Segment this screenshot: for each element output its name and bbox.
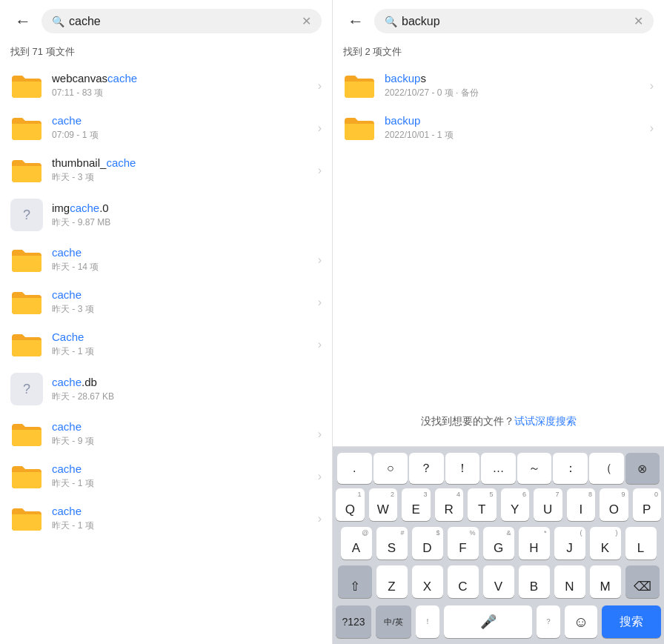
letter-key[interactable]: V xyxy=(483,565,514,598)
letter-key[interactable]: Z xyxy=(376,565,408,598)
letter-key[interactable]: $D xyxy=(412,527,443,560)
list-item[interactable]: cache 昨天 - 14 项 › xyxy=(0,239,332,281)
search-key[interactable]: 搜索 xyxy=(602,605,661,638)
keyboard-row: 1Q2W3E4R5T6Y7U8I9O0P xyxy=(336,488,661,521)
file-name: cache.db xyxy=(52,376,97,388)
letter-key[interactable]: 9O xyxy=(600,488,628,521)
letter-key[interactable]: 0P xyxy=(633,488,662,521)
file-meta: 2022/10/01 - 1 项 xyxy=(385,129,641,142)
list-item[interactable]: Cache 昨天 - 1 项 › xyxy=(0,323,332,365)
chevron-right-icon: › xyxy=(318,428,322,441)
special-key[interactable]: （ xyxy=(589,453,624,484)
keyboard-row: @A#S$D%F&G*H(J)KL xyxy=(336,527,661,560)
left-result-count: 找到 71 项文件 xyxy=(0,42,332,64)
special-key[interactable]: … xyxy=(481,453,516,484)
file-name: thumbnail_cache xyxy=(52,156,136,169)
emoji-key[interactable]: ☺ xyxy=(565,605,597,638)
folder-icon xyxy=(10,505,43,532)
left-back-button[interactable]: ← xyxy=(10,10,36,33)
special-key[interactable]: . xyxy=(337,453,372,484)
letter-key[interactable]: *H xyxy=(519,527,550,560)
chevron-right-icon: › xyxy=(318,296,322,309)
right-search-input-wrap[interactable]: 🔍 ✕ xyxy=(374,9,654,33)
file-name: cache xyxy=(52,462,82,475)
right-clear-button[interactable]: ✕ xyxy=(634,14,643,28)
letter-key[interactable]: 8I xyxy=(567,488,596,521)
mic-key[interactable]: 🎤 xyxy=(444,605,532,638)
chevron-right-icon: › xyxy=(318,253,322,267)
file-meta: 昨天 - 3 项 xyxy=(52,171,309,184)
letter-key[interactable]: (J xyxy=(554,527,585,560)
folder-icon xyxy=(10,115,43,142)
file-info: cache 昨天 - 14 项 xyxy=(52,246,309,273)
list-item[interactable]: ? cache.db 昨天 - 28.67 KB xyxy=(0,365,332,413)
list-item[interactable]: webcanvascache 07:11 - 83 项 › xyxy=(0,64,332,107)
letter-key[interactable]: 4R xyxy=(435,488,464,521)
file-meta: 2022/10/27 - 0 项 · 备份 xyxy=(385,87,641,99)
chevron-right-icon: › xyxy=(318,470,322,483)
special-key[interactable]: ： xyxy=(553,453,588,484)
chevron-right-icon: › xyxy=(318,164,322,177)
letter-key[interactable]: 2W xyxy=(369,488,398,521)
folder-icon xyxy=(343,73,376,99)
file-info: backup 2022/10/01 - 1 项 xyxy=(385,114,641,142)
list-item[interactable]: cache 昨天 - 9 项 › xyxy=(0,413,332,455)
file-name: cache xyxy=(52,246,82,259)
file-meta: 昨天 - 1 项 xyxy=(52,345,309,358)
right-back-button[interactable]: ← xyxy=(343,10,368,33)
letter-key[interactable]: X xyxy=(412,565,443,598)
letter-key[interactable]: 1Q xyxy=(336,488,365,521)
letter-key[interactable]: 5T xyxy=(468,488,497,521)
letter-key[interactable]: &G xyxy=(483,527,514,560)
letter-key[interactable]: L xyxy=(625,527,657,560)
list-item[interactable]: backups 2022/10/27 - 0 项 · 备份 › xyxy=(333,64,664,107)
file-icon: ? xyxy=(10,199,43,231)
delete-key[interactable]: ⌫ xyxy=(625,565,660,598)
letter-key[interactable]: @A xyxy=(341,527,372,560)
list-item[interactable]: cache 昨天 - 3 项 › xyxy=(0,281,332,323)
letter-key[interactable]: 6Y xyxy=(501,488,530,521)
letter-key[interactable]: %F xyxy=(448,527,479,560)
letter-key[interactable]: N xyxy=(554,565,585,598)
keyboard-special-row: .○？！…～：（⊗ xyxy=(333,450,664,487)
chevron-right-icon: › xyxy=(650,122,654,135)
letter-key[interactable]: 7U xyxy=(534,488,562,521)
letter-key[interactable]: #S xyxy=(376,527,408,560)
letter-key[interactable]: B xyxy=(519,565,550,598)
left-search-input[interactable] xyxy=(69,15,297,28)
left-clear-button[interactable]: ✕ xyxy=(302,14,311,28)
file-info: imgcache.0 昨天 - 9.87 MB xyxy=(52,202,322,229)
list-item[interactable]: cache 昨天 - 1 项 › xyxy=(0,455,332,497)
left-search-input-wrap[interactable]: 🔍 ✕ xyxy=(42,9,322,33)
special-key[interactable]: ～ xyxy=(517,453,552,484)
folder-icon xyxy=(10,73,43,99)
letter-key[interactable]: 3E xyxy=(402,488,431,521)
file-name: backup xyxy=(385,114,420,127)
punc2-key[interactable]: ？ xyxy=(537,605,560,638)
letter-key[interactable]: M xyxy=(590,565,621,598)
list-item[interactable]: backup 2022/10/01 - 1 项 › xyxy=(333,107,664,149)
lang-key[interactable]: 中/英 xyxy=(376,605,411,638)
letter-key[interactable]: C xyxy=(448,565,479,598)
list-item[interactable]: cache 昨天 - 1 项 › xyxy=(0,497,332,540)
file-meta: 07:09 - 1 项 xyxy=(52,129,309,142)
file-info: webcanvascache 07:11 - 83 项 xyxy=(52,72,309,99)
file-info: cache 07:09 - 1 项 xyxy=(52,114,309,142)
list-item[interactable]: thumbnail_cache 昨天 - 3 项 › xyxy=(0,149,332,191)
special-key[interactable]: ！ xyxy=(445,453,480,484)
punc-key[interactable]: ！ xyxy=(416,605,439,638)
special-key[interactable]: ？ xyxy=(409,453,444,484)
list-item[interactable]: cache 07:09 - 1 项 › xyxy=(0,107,332,149)
num-key[interactable]: ?123 xyxy=(336,605,371,638)
right-search-input[interactable] xyxy=(402,15,629,28)
folder-icon xyxy=(10,247,43,273)
letter-key[interactable]: )K xyxy=(590,527,621,560)
list-item[interactable]: ? imgcache.0 昨天 - 9.87 MB xyxy=(0,191,332,239)
folder-icon xyxy=(10,421,43,448)
special-key[interactable]: ○ xyxy=(374,453,408,484)
deep-search-link[interactable]: 试试深度搜索 xyxy=(514,415,577,427)
chevron-right-icon: › xyxy=(318,512,322,525)
shift-key[interactable]: ⇧ xyxy=(338,565,372,598)
special-key[interactable]: ⊗ xyxy=(625,453,660,484)
file-meta: 昨天 - 3 项 xyxy=(52,303,309,316)
